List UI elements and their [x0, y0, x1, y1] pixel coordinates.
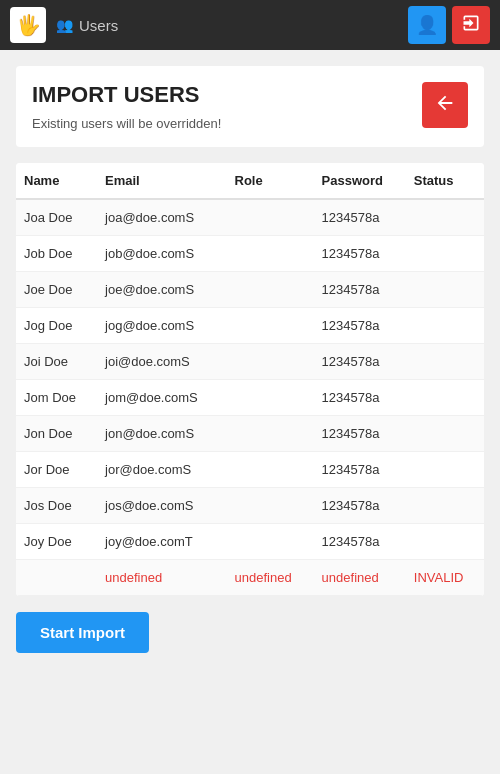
cell-role	[227, 452, 314, 488]
cell-password: 1234578a	[314, 308, 406, 344]
navbar-actions: 👤	[408, 6, 490, 44]
table-row: Jom Doejom@doe.comS1234578a	[16, 380, 484, 416]
navbar-left: 🖐 👥 Users	[10, 7, 118, 43]
cell-email: joi@doe.comS	[97, 344, 226, 380]
table-row: Joi Doejoi@doe.comS1234578a	[16, 344, 484, 380]
cell-role	[227, 344, 314, 380]
cell-status	[406, 524, 484, 560]
col-role: Role	[227, 163, 314, 199]
cell-email: joy@doe.comT	[97, 524, 226, 560]
cell-status	[406, 272, 484, 308]
cell-name: Jos Doe	[16, 488, 97, 524]
card-text: IMPORT USERS Existing users will be over…	[32, 82, 221, 131]
table-row: Jos Doejos@doe.comS1234578a	[16, 488, 484, 524]
col-email: Email	[97, 163, 226, 199]
users-table-container: Name Email Role Password Status Joa Doej…	[16, 163, 484, 596]
users-table: Name Email Role Password Status Joa Doej…	[16, 163, 484, 596]
table-row: Jor Doejor@doe.comS1234578a	[16, 452, 484, 488]
cell-password: 1234578a	[314, 524, 406, 560]
cell-role	[227, 199, 314, 236]
cell-name: Job Doe	[16, 236, 97, 272]
cell-name: Joa Doe	[16, 199, 97, 236]
section-label: Users	[79, 17, 118, 34]
cell-password: 1234578a	[314, 272, 406, 308]
cell-name: Joy Doe	[16, 524, 97, 560]
app-logo: 🖐	[10, 7, 46, 43]
cell-password: 1234578a	[314, 199, 406, 236]
invalid-cell-email: undefined	[97, 560, 226, 596]
cell-status	[406, 236, 484, 272]
cell-password: 1234578a	[314, 488, 406, 524]
navbar-section: 👥 Users	[56, 17, 118, 34]
col-password: Password	[314, 163, 406, 199]
cell-role	[227, 236, 314, 272]
start-import-button[interactable]: Start Import	[16, 612, 149, 653]
cell-email: joe@doe.comS	[97, 272, 226, 308]
cell-password: 1234578a	[314, 416, 406, 452]
cell-password: 1234578a	[314, 380, 406, 416]
table-row: Jon Doejon@doe.comS1234578a	[16, 416, 484, 452]
invalid-cell-role: undefined	[227, 560, 314, 596]
invalid-cell-password: undefined	[314, 560, 406, 596]
cell-email: joa@doe.comS	[97, 199, 226, 236]
cell-email: jon@doe.comS	[97, 416, 226, 452]
cell-role	[227, 308, 314, 344]
invalid-cell-status: INVALID	[406, 560, 484, 596]
cell-email: jor@doe.comS	[97, 452, 226, 488]
table-row: Job Doejob@doe.comS1234578a	[16, 236, 484, 272]
main-content: IMPORT USERS Existing users will be over…	[0, 50, 500, 669]
cell-status	[406, 452, 484, 488]
cell-status	[406, 380, 484, 416]
invalid-cell-name	[16, 560, 97, 596]
table-row: Joa Doejoa@doe.comS1234578a	[16, 199, 484, 236]
logout-icon	[461, 13, 481, 38]
user-icon: 👤	[416, 14, 438, 36]
table-header-row: Name Email Role Password Status	[16, 163, 484, 199]
cell-email: jog@doe.comS	[97, 308, 226, 344]
page-title: IMPORT USERS	[32, 82, 221, 108]
cell-name: Jom Doe	[16, 380, 97, 416]
cell-role	[227, 488, 314, 524]
back-button[interactable]	[422, 82, 468, 128]
table-row: Joy Doejoy@doe.comT1234578a	[16, 524, 484, 560]
table-header: Name Email Role Password Status	[16, 163, 484, 199]
cell-status	[406, 199, 484, 236]
card-subtitle: Existing users will be overridden!	[32, 116, 221, 131]
cell-email: jos@doe.comS	[97, 488, 226, 524]
table-body: Joa Doejoa@doe.comS1234578aJob Doejob@do…	[16, 199, 484, 596]
col-name: Name	[16, 163, 97, 199]
logout-button[interactable]	[452, 6, 490, 44]
users-icon: 👥	[56, 17, 73, 33]
cell-status	[406, 416, 484, 452]
logo-icon: 🖐	[16, 13, 41, 37]
cell-role	[227, 416, 314, 452]
user-profile-button[interactable]: 👤	[408, 6, 446, 44]
cell-role	[227, 272, 314, 308]
cell-role	[227, 380, 314, 416]
cell-status	[406, 308, 484, 344]
cell-name: Joi Doe	[16, 344, 97, 380]
import-card: IMPORT USERS Existing users will be over…	[16, 66, 484, 147]
col-status: Status	[406, 163, 484, 199]
cell-name: Jog Doe	[16, 308, 97, 344]
navbar: 🖐 👥 Users 👤	[0, 0, 500, 50]
table-row: Joe Doejoe@doe.comS1234578a	[16, 272, 484, 308]
cell-email: jom@doe.comS	[97, 380, 226, 416]
cell-role	[227, 524, 314, 560]
table-row-invalid: undefinedundefinedundefinedINVALID	[16, 560, 484, 596]
cell-name: Joe Doe	[16, 272, 97, 308]
back-icon	[434, 92, 456, 119]
cell-status	[406, 488, 484, 524]
cell-password: 1234578a	[314, 236, 406, 272]
cell-password: 1234578a	[314, 452, 406, 488]
table-row: Jog Doejog@doe.comS1234578a	[16, 308, 484, 344]
cell-password: 1234578a	[314, 344, 406, 380]
cell-name: Jor Doe	[16, 452, 97, 488]
cell-email: job@doe.comS	[97, 236, 226, 272]
cell-status	[406, 344, 484, 380]
cell-name: Jon Doe	[16, 416, 97, 452]
